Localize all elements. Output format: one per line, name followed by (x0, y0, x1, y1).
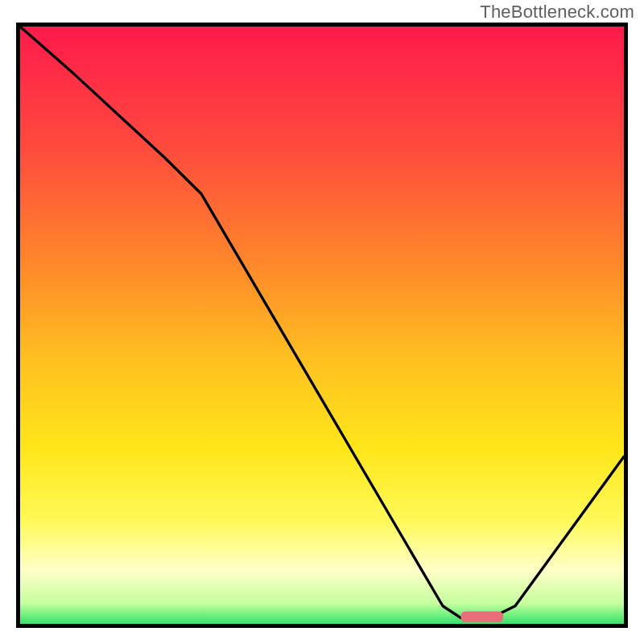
chart-container: TheBottleneck.com (0, 0, 644, 644)
plot-area (16, 23, 628, 628)
bottleneck-curve-line (20, 27, 624, 618)
watermark-text: TheBottleneck.com (480, 2, 634, 23)
chart-overlay (20, 27, 624, 624)
optimal-range-marker (461, 611, 504, 621)
